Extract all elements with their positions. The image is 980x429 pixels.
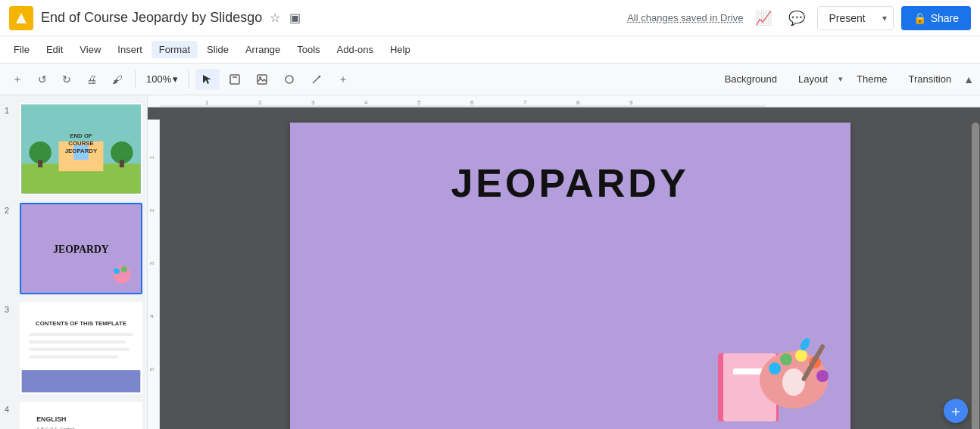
- menu-slide[interactable]: Slide: [199, 41, 236, 58]
- folder-icon[interactable]: ▣: [288, 9, 302, 26]
- svg-text:COURSE: COURSE: [68, 140, 94, 147]
- ruler-horizontal: 1 2 3 4 5 6 7 8 9: [148, 95, 980, 107]
- svg-point-69: [795, 350, 807, 362]
- svg-point-25: [121, 266, 127, 272]
- present-main-button[interactable]: Present: [818, 7, 875, 30]
- vertical-scrollbar[interactable]: [971, 107, 980, 429]
- slide-item-1[interactable]: 1 END O: [3, 101, 144, 197]
- document-title[interactable]: End of Course Jeopardy by Slidesgo: [41, 10, 262, 26]
- slide-item-2[interactable]: 2 JEOPARDY: [3, 201, 144, 297]
- menu-help[interactable]: Help: [382, 41, 418, 58]
- svg-point-67: [769, 362, 781, 375]
- slide-thumbnail-2[interactable]: JEOPARDY: [20, 203, 142, 295]
- svg-marker-2: [203, 75, 211, 84]
- more-tools-button[interactable]: ＋: [332, 68, 354, 91]
- svg-text:END OF: END OF: [70, 132, 92, 139]
- slide-number-1: 1: [5, 106, 15, 115]
- canvas-area: 1 2 3 4 5 6 7 8 9 1 2 3 4 5: [148, 95, 980, 429]
- toolbar: ＋ ↺ ↻ 🖨 🖌 100% ▾ ＋ Background Layout ▾ T…: [0, 64, 980, 95]
- menu-format[interactable]: Format: [151, 41, 198, 58]
- canvas-with-ruler: 1 2 3 4 5 JEOPARDY: [148, 107, 980, 429]
- svg-text:9: 9: [629, 99, 633, 106]
- svg-rect-3: [230, 75, 239, 84]
- main-content: 1 END O: [0, 95, 980, 429]
- svg-rect-30: [29, 340, 125, 344]
- svg-text:5: 5: [417, 99, 421, 106]
- comment-icon[interactable]: 💬: [784, 5, 810, 31]
- slide-number-4: 4: [5, 405, 15, 414]
- star-icon[interactable]: ☆: [268, 9, 282, 26]
- slide-item-3[interactable]: 3 CONTENTS OF THIS TEMPLATE: [3, 300, 144, 396]
- svg-text:ENGLISH: ENGLISH: [36, 415, 66, 423]
- add-slide-button[interactable]: ＋: [6, 68, 29, 91]
- app-icon: [9, 6, 33, 30]
- menu-bar: File Edit View Insert Format Slide Arran…: [0, 36, 980, 64]
- menu-arrange[interactable]: Arrange: [238, 41, 288, 58]
- cursor-tool[interactable]: [195, 69, 220, 90]
- line-tool[interactable]: [304, 69, 329, 90]
- menu-view[interactable]: View: [72, 41, 108, 58]
- slide-thumbnail-1[interactable]: END OF COURSE JEOPARDY: [20, 103, 142, 195]
- image-tool[interactable]: [250, 69, 274, 90]
- svg-rect-29: [29, 333, 133, 336]
- present-dropdown-arrow[interactable]: ▾: [876, 8, 893, 29]
- svg-text:CONTENTS OF THIS TEMPLATE: CONTENTS OF THIS TEMPLATE: [36, 320, 126, 327]
- zoom-arrow-icon: ▾: [173, 73, 178, 85]
- redo-button[interactable]: ↻: [56, 69, 77, 90]
- toolbar-separator-2: [189, 70, 189, 89]
- print-button[interactable]: 🖨: [80, 69, 103, 90]
- svg-point-68: [780, 353, 792, 365]
- svg-text:7: 7: [523, 99, 527, 106]
- slide-2-preview: JEOPARDY: [21, 204, 141, 294]
- svg-text:2: 2: [148, 208, 155, 212]
- svg-text:1: 1: [205, 99, 209, 106]
- share-button[interactable]: 🔒 Share: [901, 6, 971, 30]
- svg-point-24: [114, 268, 120, 274]
- transition-button[interactable]: Transition: [900, 69, 961, 89]
- svg-text:1: 1: [148, 155, 155, 159]
- slides-panel: 1 END O: [0, 95, 148, 429]
- slide-thumbnail-4[interactable]: ENGLISH A-B-C-D-E, English...: [20, 402, 142, 430]
- autosave-status: All changes saved in Drive: [627, 12, 743, 23]
- slide-canvas-wrapper: JEOPARDY: [148, 107, 980, 429]
- undo-button[interactable]: ↺: [32, 69, 53, 90]
- slide-canvas[interactable]: JEOPARDY: [290, 123, 850, 429]
- slide-3-preview: CONTENTS OF THIS TEMPLATE: [21, 303, 141, 393]
- menu-insert[interactable]: Insert: [110, 41, 150, 58]
- svg-text:6: 6: [470, 99, 474, 106]
- zoom-value: 100%: [146, 73, 171, 85]
- lock-icon: 🔒: [913, 12, 926, 24]
- text-box-tool[interactable]: [223, 69, 247, 90]
- svg-rect-32: [29, 356, 118, 359]
- paint-format-button[interactable]: 🖌: [106, 69, 129, 90]
- zoom-control[interactable]: 100% ▾: [142, 70, 183, 88]
- layout-arrow-icon[interactable]: ▾: [837, 71, 844, 87]
- slide-number-3: 3: [5, 305, 15, 314]
- collapse-toolbar-button[interactable]: ▲: [963, 73, 974, 85]
- svg-rect-31: [29, 348, 129, 351]
- slide-thumbnail-3[interactable]: CONTENTS OF THIS TEMPLATE: [20, 302, 142, 394]
- svg-text:4: 4: [364, 99, 368, 106]
- background-button[interactable]: Background: [716, 69, 786, 89]
- svg-text:JEOPARDY: JEOPARDY: [53, 243, 109, 254]
- svg-point-71: [816, 370, 829, 382]
- layout-button[interactable]: Layout: [789, 69, 837, 89]
- shape-tool[interactable]: [277, 69, 301, 90]
- title-right-actions: 📈 💬 Present ▾ 🔒 Share: [751, 5, 971, 31]
- menu-file[interactable]: File: [6, 41, 37, 58]
- svg-text:5: 5: [148, 367, 155, 371]
- svg-point-7: [286, 76, 293, 83]
- present-button-group[interactable]: Present ▾: [817, 6, 893, 30]
- slide-number-2: 2: [5, 206, 15, 215]
- theme-button[interactable]: Theme: [847, 69, 896, 89]
- slide-item-4[interactable]: 4 ENGLISH A-B-C-D-E, English...: [3, 400, 144, 430]
- jeopardy-title-text[interactable]: JEOPARDY: [451, 160, 688, 206]
- menu-edit[interactable]: Edit: [39, 41, 70, 58]
- add-floating-button[interactable]: ＋: [944, 399, 968, 423]
- svg-text:4: 4: [148, 314, 155, 318]
- svg-text:3: 3: [311, 99, 315, 106]
- menu-addons[interactable]: Add-ons: [329, 41, 381, 58]
- analytics-icon[interactable]: 📈: [751, 5, 776, 31]
- menu-tools[interactable]: Tools: [289, 41, 327, 58]
- palette-decoration: [714, 331, 835, 421]
